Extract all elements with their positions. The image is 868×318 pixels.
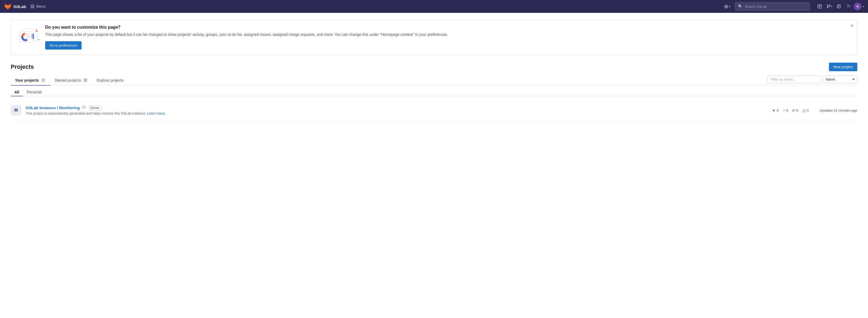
sub-tab-personal[interactable]: Personal bbox=[23, 88, 45, 96]
avatar-chevron-icon: ▾ bbox=[862, 5, 864, 8]
forks-stat: ⑂ 0 bbox=[783, 108, 788, 112]
search-input[interactable] bbox=[745, 4, 807, 8]
svg-point-14 bbox=[38, 39, 39, 40]
main-content: Do you want to customize this page? This… bbox=[0, 13, 868, 318]
banner-text: Do you want to customize this page? This… bbox=[45, 25, 850, 50]
sort-select[interactable]: Name Last updated Last created Oldest cr… bbox=[823, 76, 857, 83]
help-button[interactable]: ? ▾ bbox=[844, 2, 853, 11]
projects-tabs-row: Your projects 1 Starred projects 0 Explo… bbox=[11, 76, 857, 86]
banner-description: This page shows a list of your projects … bbox=[45, 32, 850, 37]
svg-point-6 bbox=[827, 7, 828, 8]
navbar-actions: ▾ ? ▾ A ▾ bbox=[815, 2, 864, 11]
svg-point-12 bbox=[36, 30, 38, 32]
your-projects-count: 1 bbox=[40, 78, 46, 82]
project-list: M GitLab Instance / Monitoring 🛡 Owner T… bbox=[11, 100, 857, 120]
project-stats: ★ 0 ⑂ 0 ⇄ 0 ◫ 0 bbox=[772, 108, 809, 112]
mr-stat-icon: ⇄ bbox=[792, 108, 795, 112]
merge-requests-stat: ⇄ 0 bbox=[792, 108, 798, 112]
tab-your-projects[interactable]: Your projects 1 bbox=[11, 76, 50, 86]
project-name-row: GitLab Instance / Monitoring 🛡 Owner bbox=[26, 106, 768, 110]
project-name-link[interactable]: GitLab Instance / Monitoring bbox=[26, 106, 80, 110]
projects-header: Projects New project bbox=[11, 63, 857, 71]
navbar: GitLab Menu ⊕ ▾ 🔍 bbox=[0, 0, 868, 13]
svg-rect-20 bbox=[32, 34, 33, 38]
shield-icon: 🛡 bbox=[82, 106, 86, 110]
tabs-right: Name Last updated Last created Oldest cr… bbox=[767, 76, 857, 85]
owner-badge: Owner bbox=[88, 106, 102, 110]
project-avatar: M bbox=[11, 105, 21, 116]
sub-tabs-row: All Personal bbox=[11, 86, 857, 96]
svg-point-5 bbox=[829, 5, 830, 6]
issues-icon bbox=[837, 4, 841, 8]
gitlab-logo-icon bbox=[4, 3, 11, 10]
fork-icon: ⑂ bbox=[783, 108, 785, 112]
mr-chevron-icon: ▾ bbox=[831, 5, 832, 8]
svg-rect-19 bbox=[30, 35, 31, 38]
issues-stat-icon: ◫ bbox=[803, 108, 806, 112]
star-icon: ★ bbox=[772, 108, 775, 112]
go-to-preferences-button[interactable]: Go to preferences bbox=[45, 41, 82, 50]
todo-icon bbox=[817, 4, 822, 8]
project-info: GitLab Instance / Monitoring 🛡 Owner Thi… bbox=[26, 106, 768, 115]
hamburger-icon bbox=[30, 5, 34, 8]
tab-explore-projects[interactable]: Explore projects bbox=[92, 76, 128, 86]
help-icon: ? bbox=[847, 4, 849, 9]
stars-stat: ★ 0 bbox=[772, 108, 778, 112]
customize-banner: Do you want to customize this page? This… bbox=[11, 19, 857, 55]
search-icon: 🔍 bbox=[738, 4, 743, 8]
merge-requests-icon bbox=[827, 4, 831, 8]
project-updated-time: Updated 15 minutes ago bbox=[819, 108, 857, 112]
banner-close-button[interactable]: × bbox=[850, 23, 853, 28]
search-bar: 🔍 bbox=[735, 2, 810, 11]
user-menu-button[interactable]: A ▾ bbox=[854, 3, 864, 10]
learn-more-link[interactable]: Learn more. bbox=[147, 111, 166, 115]
issues-stat: ◫ 0 bbox=[803, 108, 809, 112]
filter-by-name-input[interactable] bbox=[767, 76, 821, 83]
merge-requests-button[interactable]: ▾ bbox=[825, 2, 834, 11]
svg-point-4 bbox=[827, 5, 828, 6]
plus-icon: ⊕ bbox=[724, 3, 728, 10]
chevron-down-icon: ▾ bbox=[729, 5, 730, 8]
menu-label: Menu bbox=[36, 4, 46, 8]
issues-button[interactable] bbox=[835, 2, 843, 11]
banner-title: Do you want to customize this page? bbox=[45, 25, 850, 30]
projects-title: Projects bbox=[11, 63, 34, 70]
create-new-button[interactable]: ⊕ ▾ bbox=[722, 2, 732, 11]
tab-starred-projects[interactable]: Starred projects 0 bbox=[50, 76, 93, 86]
project-description: This project is automatically generated … bbox=[26, 111, 768, 115]
todo-button[interactable] bbox=[815, 2, 824, 11]
avatar: A bbox=[854, 3, 861, 10]
tabs-left: Your projects 1 Starred projects 0 Explo… bbox=[11, 76, 128, 85]
help-chevron-icon: ▾ bbox=[849, 5, 850, 8]
navbar-brand[interactable]: GitLab bbox=[4, 3, 26, 10]
table-row: M GitLab Instance / Monitoring 🛡 Owner T… bbox=[11, 100, 857, 120]
sub-tab-all[interactable]: All bbox=[11, 88, 23, 96]
menu-button[interactable]: Menu bbox=[30, 4, 46, 8]
banner-illustration bbox=[18, 25, 39, 44]
app-name: GitLab bbox=[13, 4, 26, 9]
starred-projects-count: 0 bbox=[83, 78, 88, 82]
new-project-button[interactable]: New project bbox=[829, 63, 857, 71]
